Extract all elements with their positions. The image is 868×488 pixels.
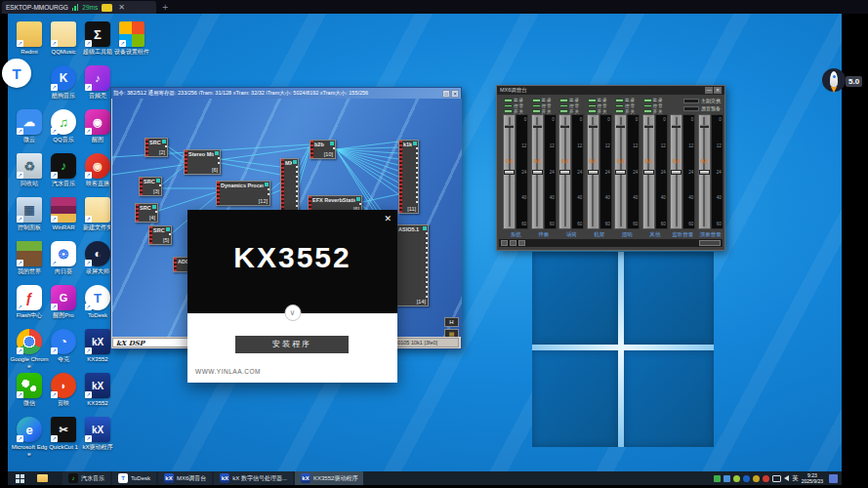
expand-button[interactable]: ∨	[284, 305, 301, 321]
tray-icon[interactable]	[763, 475, 769, 482]
speaker-icon[interactable]	[784, 475, 789, 481]
green-led-button[interactable]	[615, 104, 624, 108]
swap-output-button[interactable]	[683, 99, 699, 103]
green-led-button[interactable]	[532, 109, 541, 113]
desktop-icon[interactable]: ↗WinRAR	[44, 197, 83, 231]
dsp-node[interactable]: Stereo Mix[6]	[184, 149, 221, 175]
green-led-button[interactable]	[559, 109, 568, 113]
fader-handle[interactable]	[504, 170, 515, 175]
mixer-titlebar[interactable]: MX6调音台 — ✕	[497, 86, 724, 95]
desktop-icon[interactable]: ↗我的世界	[10, 241, 49, 275]
close-icon[interactable]: ✕	[451, 90, 459, 98]
pan-handle[interactable]	[672, 125, 681, 128]
desktop-icon[interactable]: ♪↗汽水音乐	[44, 153, 83, 187]
desktop-icon[interactable]: ☁↗微云	[10, 109, 49, 143]
display-tray-icon[interactable]	[772, 475, 781, 482]
dsp-node[interactable]: SRC[5]	[148, 225, 172, 245]
start-button[interactable]	[8, 471, 31, 485]
maximize-icon[interactable]: □	[442, 90, 450, 98]
new-tab-icon[interactable]: ＋	[146, 0, 170, 14]
desktop-icon[interactable]: ♻↗回收站	[10, 153, 49, 187]
mixer-tool-button[interactable]	[518, 240, 525, 246]
pan-handle[interactable]	[533, 125, 542, 128]
fader-handle[interactable]	[699, 170, 710, 175]
desktop-icon[interactable]: K↗酷狗音乐	[44, 65, 83, 100]
green-led-button[interactable]	[588, 109, 597, 113]
green-led-button[interactable]	[504, 104, 513, 108]
desktop-icon[interactable]: G↗醒图Pro	[44, 285, 83, 319]
taskbar-app-button[interactable]: TToDesk	[112, 471, 156, 485]
file-explorer-button[interactable]	[31, 471, 53, 485]
green-led-button[interactable]	[643, 99, 652, 102]
dsp-node[interactable]: SRC[2]	[145, 138, 168, 157]
dsp-node[interactable]: SRC[4]	[135, 203, 158, 223]
channel-fader[interactable]: 0.0	[614, 114, 627, 229]
channel-fader[interactable]: 0.0	[642, 114, 655, 229]
desktop-icon[interactable]: ◔↗夸克	[44, 329, 83, 363]
remote-session-tab[interactable]: ESKTOP-MMOURGG 29ms ✕	[2, 1, 156, 14]
node-button-icon[interactable]	[293, 160, 297, 164]
taskbar-app-button[interactable]: kXMX6调音台	[158, 471, 212, 485]
desktop-icon[interactable]: ƒ↗Flash中心	[10, 285, 49, 319]
node-button-icon[interactable]	[152, 205, 156, 209]
green-led-button[interactable]	[588, 99, 597, 102]
channel-fader[interactable]: 0.0	[670, 114, 682, 229]
fader-handle[interactable]	[588, 170, 599, 175]
node-button-icon[interactable]	[166, 227, 170, 231]
desktop-icon[interactable]: ↗Redmi	[10, 21, 49, 56]
tray-icon[interactable]	[753, 475, 760, 482]
green-led-button[interactable]	[643, 109, 652, 113]
tray-icon[interactable]	[723, 475, 730, 482]
node-button-icon[interactable]	[413, 142, 417, 145]
green-led-button[interactable]	[643, 104, 652, 108]
dsp-node[interactable]: b2b[10]	[310, 140, 336, 159]
desktop-icon[interactable]: ❂↗向日葵	[44, 241, 83, 275]
desktop-icon[interactable]: ↗Google Chrome	[10, 329, 49, 369]
tray-icon[interactable]	[733, 475, 740, 482]
session-tool-icon[interactable]	[102, 4, 112, 12]
ime-indicator[interactable]: 英	[792, 474, 799, 483]
green-led-button[interactable]	[559, 104, 568, 108]
node-button-icon[interactable]	[423, 226, 427, 230]
pan-handle[interactable]	[560, 125, 569, 128]
channel-fader[interactable]: 0.0	[531, 114, 544, 229]
dsp-node[interactable]: ASIO5.1[14]	[393, 224, 429, 306]
taskbar-app-button[interactable]: kXKX3552驱动程序	[295, 471, 363, 485]
pan-handle[interactable]	[589, 125, 598, 128]
desktop-icon[interactable]: kX↗KX3552	[78, 373, 117, 407]
taskbar-clock[interactable]: 9:23 2025/9/23	[802, 472, 823, 484]
desktop-icon[interactable]: kX↗kX驱动程序	[78, 417, 117, 451]
monitor-preset-button[interactable]	[683, 106, 699, 111]
channel-fader[interactable]: 0.0	[503, 114, 516, 229]
pan-handle[interactable]	[616, 125, 625, 128]
mixer-tool-button[interactable]	[510, 240, 517, 246]
green-led-button[interactable]	[504, 99, 513, 102]
dsp-node[interactable]: Dynamics Processor[12]	[216, 181, 270, 206]
fader-handle[interactable]	[615, 170, 626, 175]
node-button-icon[interactable]	[330, 142, 334, 145]
mixer-tool-button[interactable]	[501, 240, 508, 246]
node-button-icon[interactable]	[162, 140, 166, 143]
fader-handle[interactable]	[643, 170, 654, 175]
fader-handle[interactable]	[559, 170, 570, 175]
desktop-icon[interactable]: ◗↗剪映	[44, 373, 83, 407]
tray-icon[interactable]	[743, 475, 750, 482]
desktop-icon[interactable]: ✂↗QuickCut 1	[44, 417, 83, 451]
green-led-button[interactable]	[588, 104, 597, 108]
close-tab-icon[interactable]: ✕	[118, 3, 125, 12]
node-button-icon[interactable]	[215, 151, 219, 155]
minimize-icon[interactable]: —	[705, 87, 713, 94]
tray-icon[interactable]	[829, 474, 838, 483]
fader-handle[interactable]	[532, 170, 543, 175]
close-icon[interactable]: ✕	[384, 214, 392, 224]
channel-fader[interactable]: 0.0	[587, 114, 599, 229]
taskbar-app-button[interactable]: ♪汽水音乐	[62, 471, 110, 485]
tray-icon[interactable]	[714, 475, 721, 482]
node-button-icon[interactable]	[265, 183, 269, 186]
fader-handle[interactable]	[671, 170, 682, 175]
pan-handle[interactable]	[700, 125, 709, 128]
desktop-icon[interactable]: ↗微信	[10, 373, 49, 407]
dsp-node[interactable]: k1k[11]	[398, 140, 419, 214]
pan-handle[interactable]	[644, 125, 653, 128]
green-led-button[interactable]	[532, 99, 541, 102]
